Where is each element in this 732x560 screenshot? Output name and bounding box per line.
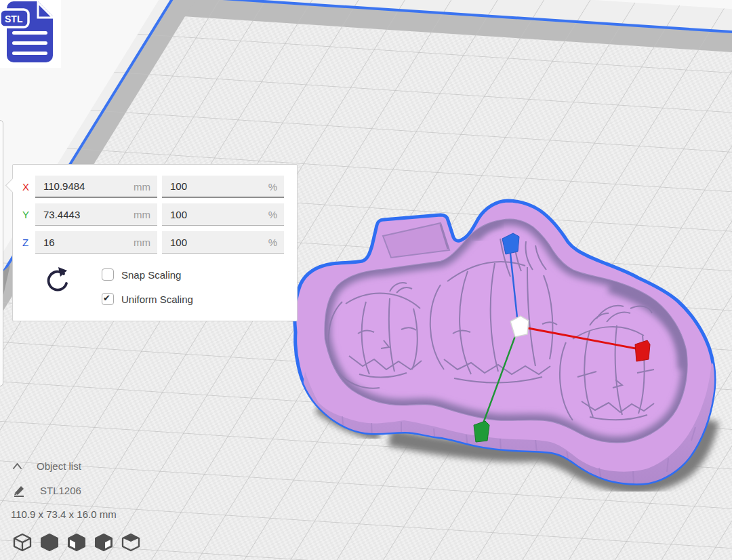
camera-view-toolbar: [12, 533, 141, 552]
snap-scaling-checkbox[interactable]: [102, 268, 114, 281]
uniform-scaling-label: Uniform Scaling: [121, 294, 193, 305]
y-percent-input[interactable]: [162, 203, 284, 226]
snap-scaling-option: ✔ Snap Scaling: [102, 268, 181, 281]
pencil-icon: [13, 483, 26, 497]
gizmo-y-handle[interactable]: [474, 421, 489, 442]
z-axis-label: Z: [22, 237, 35, 248]
cube-front-face-icon: [66, 533, 87, 552]
object-list-item[interactable]: STL1206: [13, 483, 81, 497]
uniform-scaling-checkbox[interactable]: [102, 293, 114, 305]
view-3d-button[interactable]: [12, 533, 33, 552]
gizmo-x-handle[interactable]: [635, 340, 650, 361]
application-window: STL X mm % Y mm %: [0, 0, 732, 560]
view-right-button[interactable]: [121, 533, 141, 552]
cube-right-face-icon: [94, 533, 114, 552]
x-percent-field: %: [162, 176, 284, 198]
z-percent-field: %: [162, 231, 284, 254]
object-list-header[interactable]: Object list: [12, 460, 81, 472]
chevron-up-icon: [12, 462, 22, 470]
view-front-button[interactable]: [39, 533, 60, 552]
scale-tool-panel: X mm % Y mm % Z mm: [12, 164, 298, 321]
snap-scaling-label: Snap Scaling: [121, 269, 181, 281]
x-percent-input[interactable]: [162, 176, 284, 198]
z-percent-input[interactable]: [162, 231, 284, 254]
x-size-input[interactable]: [35, 176, 157, 198]
z-size-field: mm: [35, 231, 157, 254]
scale-row-x: X mm %: [22, 176, 289, 198]
scale-row-z: Z mm %: [22, 231, 289, 254]
reset-arrow-icon: [43, 265, 73, 296]
scale-row-y: Y mm %: [22, 203, 289, 226]
stl-badge-label: STL: [5, 14, 23, 24]
uniform-scaling-option: ✔ Uniform Scaling: [102, 292, 193, 306]
cube-wireframe-icon: [12, 533, 33, 552]
y-percent-field: %: [162, 203, 284, 226]
object-item-name: STL1206: [40, 485, 81, 496]
cube-solid-icon: [39, 533, 60, 552]
view-left-button[interactable]: [94, 533, 114, 552]
x-size-field: mm: [35, 176, 157, 198]
view-top-button[interactable]: [66, 533, 87, 552]
cube-top-face-icon: [121, 533, 141, 552]
y-size-field: mm: [35, 203, 157, 226]
y-size-input[interactable]: [35, 203, 157, 226]
toolbar-edge: [0, 120, 3, 386]
x-axis-label: X: [22, 181, 35, 193]
reset-scale-button[interactable]: [43, 265, 73, 296]
z-size-input[interactable]: [35, 231, 157, 254]
object-list-title: Object list: [37, 460, 81, 472]
model-dimensions: 110.9 x 73.4 x 16.0 mm: [11, 508, 117, 520]
stl-file-icon[interactable]: STL: [0, 0, 61, 68]
y-axis-label: Y: [22, 209, 35, 220]
